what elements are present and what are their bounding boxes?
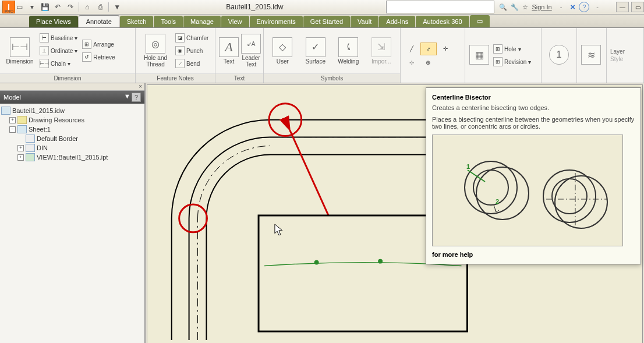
table-icon: ▦: [469, 45, 489, 65]
hole-thread-button[interactable]: ◎ Hole and Thread: [139, 30, 172, 71]
new-icon[interactable]: ▾: [26, 1, 38, 13]
import-icon: ⇲: [371, 37, 391, 57]
sheet-icon: [17, 125, 27, 133]
expand-icon[interactable]: +: [9, 117, 16, 123]
close-panel-icon[interactable]: ×: [0, 83, 144, 91]
tab-tools[interactable]: Tools: [154, 16, 183, 27]
undo-icon[interactable]: ↶: [52, 1, 63, 13]
svg-point-1: [179, 204, 207, 232]
svg-point-8: [473, 170, 508, 205]
centerline-button[interactable]: ╱: [404, 43, 419, 54]
svg-point-5: [378, 259, 383, 264]
panel-title-feature: Feature Notes: [136, 73, 215, 83]
svg-point-12: [543, 170, 596, 222]
panel-title-dimension: Dimension: [0, 73, 135, 83]
layers-button[interactable]: ≋: [581, 35, 601, 76]
drawing-canvas[interactable]: Centerline Bisector Creates a centerline…: [147, 84, 643, 343]
tree-item-border[interactable]: Default Border: [1, 134, 143, 143]
balloon-button[interactable]: 1: [545, 35, 573, 76]
expand-icon[interactable]: +: [17, 154, 24, 161]
panel-title-text: Text: [215, 73, 263, 83]
tab-vault[interactable]: Vault: [351, 16, 378, 27]
layers-icon: ≋: [581, 45, 601, 65]
browser-title: Model: [3, 94, 21, 101]
key-icon[interactable]: 🔧: [511, 3, 519, 11]
redo-icon[interactable]: ↷: [65, 1, 76, 13]
sign-in-link[interactable]: Sign In: [532, 3, 551, 10]
tree-item-din[interactable]: +DIN: [1, 143, 143, 153]
welding-button[interactable]: ⤹Welding: [333, 30, 364, 71]
tree-root[interactable]: Bauteil1_2015.idw: [1, 106, 143, 115]
leader-icon: ↙A: [241, 34, 261, 54]
hole-table-button[interactable]: ⊞Hole ▾: [492, 43, 532, 55]
tooltip-description: Places a bisecting centerline between th…: [432, 116, 635, 130]
tree-item-view[interactable]: +VIEW1:Bauteil1_2015.ipt: [1, 153, 143, 162]
tab-view[interactable]: View: [221, 16, 249, 27]
help-small-icon[interactable]: ?: [132, 93, 141, 102]
tab-place-views[interactable]: Place Views: [29, 16, 78, 27]
window-title: Bauteil1_2015.idw: [123, 3, 386, 11]
svg-point-4: [314, 260, 319, 265]
tab-autodesk360[interactable]: Autodesk 360: [416, 16, 469, 27]
centered-pattern-button[interactable]: ⊹: [404, 56, 419, 68]
view-icon: [26, 153, 35, 161]
welding-icon: ⤹: [338, 37, 358, 57]
tab-annotate[interactable]: Annotate: [79, 15, 119, 27]
search-input[interactable]: [386, 1, 494, 13]
restore-button[interactable]: ▭: [631, 2, 644, 12]
tab-manage[interactable]: Manage: [183, 16, 221, 27]
revision-table-button[interactable]: ⊞Revision ▾: [492, 56, 532, 68]
quick-access-toolbar: ▭ ▾ 💾 ↶ ↷ ⌂ ⎙ ▼: [13, 1, 123, 13]
chamfer-button[interactable]: ◪Chamfer: [174, 32, 210, 44]
bend-button[interactable]: ⟋Bend: [174, 58, 210, 69]
balloon-icon: 1: [549, 45, 569, 65]
expand-icon[interactable]: +: [17, 145, 24, 151]
tree-item-resources[interactable]: +Drawing Resources: [1, 115, 143, 125]
tab-extra-icon[interactable]: ▭: [470, 15, 490, 27]
tab-sketch[interactable]: Sketch: [120, 16, 154, 27]
text-icon: A: [219, 37, 239, 57]
ordinate-button[interactable]: ⊥Ordinate ▾: [38, 45, 79, 56]
chain-button[interactable]: ⊢⊣Chain ▾: [38, 58, 79, 69]
favorite-icon[interactable]: ☆: [522, 3, 528, 11]
open-icon[interactable]: ▭: [13, 1, 25, 13]
layer-label: Layer: [610, 48, 625, 55]
dimension-icon: ⊢⊣: [10, 37, 30, 57]
search-icon[interactable]: 🔍: [499, 3, 507, 11]
dimension-button[interactable]: ⊢⊣ Dimension: [3, 30, 36, 71]
tab-environments[interactable]: Environments: [250, 16, 303, 27]
ribbon: ⊢⊣ Dimension ⊢Baseline ▾ ⊥Ordinate ▾ ⊢⊣C…: [0, 28, 644, 83]
folder-icon: [17, 116, 27, 124]
tree-item-sheet[interactable]: −Sheet:1: [1, 125, 143, 134]
leader-text-button[interactable]: ↙A Leader Text: [241, 30, 261, 71]
app-menu-icon[interactable]: ▼: [111, 1, 123, 13]
import-button[interactable]: ⇲Impor...: [366, 30, 397, 71]
text-button[interactable]: A Text: [219, 30, 239, 71]
model-browser: × Model ▼? Bauteil1_2015.idw +Drawing Re…: [0, 83, 146, 343]
hole-icon: ◎: [146, 34, 165, 54]
save-icon[interactable]: 💾: [39, 1, 51, 13]
sym2-button[interactable]: ⊕: [420, 56, 436, 68]
collapse-icon[interactable]: −: [9, 126, 16, 133]
svg-point-14: [552, 179, 587, 214]
baseline-button[interactable]: ⊢Baseline ▾: [38, 32, 79, 44]
table-button[interactable]: ▦: [469, 35, 490, 76]
ribbon-tabs: Place Views Annotate Sketch Tools Manage…: [0, 15, 644, 28]
print-icon[interactable]: ⎙: [94, 1, 106, 13]
user-symbol-button[interactable]: ◇User: [267, 30, 298, 71]
punch-button[interactable]: ◉Punch: [174, 45, 210, 56]
user-sym-icon: ◇: [273, 37, 292, 57]
arrange-button[interactable]: ⊞Arrange: [81, 38, 116, 50]
retrieve-button[interactable]: ↺Retrieve: [81, 51, 116, 63]
tab-add-ins[interactable]: Add-Ins: [379, 16, 415, 27]
surface-button[interactable]: ✓Surface: [300, 30, 331, 71]
home-icon[interactable]: ⌂: [82, 1, 93, 13]
tooltip-centerline-bisector: Centerline Bisector Creates a centerline…: [426, 87, 641, 264]
minimize-button[interactable]: —: [616, 2, 629, 12]
tooltip-summary: Creates a centerline bisecting two edges…: [432, 104, 635, 111]
tab-get-started[interactable]: Get Started: [303, 16, 350, 27]
centerline-bisector-button[interactable]: ⫽: [420, 43, 437, 55]
exchange-icon[interactable]: ✕: [570, 3, 575, 11]
center-mark-button[interactable]: ✛: [438, 43, 453, 54]
help-icon[interactable]: ?: [579, 2, 589, 12]
